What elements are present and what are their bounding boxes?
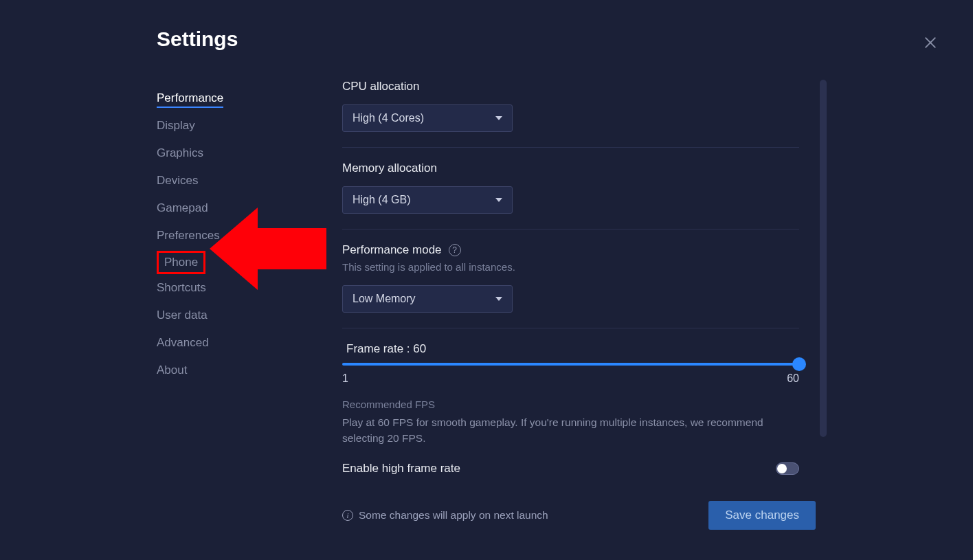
- save-changes-button[interactable]: Save changes: [708, 501, 816, 530]
- sidebar-item-about[interactable]: About: [157, 358, 342, 384]
- sidebar-item-shortcuts[interactable]: Shortcuts: [157, 276, 342, 302]
- select-value: High (4 GB): [353, 194, 410, 206]
- close-button[interactable]: [921, 33, 940, 52]
- close-icon: [923, 35, 938, 50]
- toggle-knob: [777, 464, 787, 473]
- sidebar-item-label: Devices: [157, 174, 198, 187]
- sidebar-item-phone[interactable]: Phone: [157, 251, 205, 274]
- sidebar-item-gamepad[interactable]: Gamepad: [157, 196, 342, 222]
- sidebar: Performance Display Graphics Devices Gam…: [157, 80, 342, 478]
- enable-hfr-toggle[interactable]: [776, 462, 799, 475]
- sidebar-item-label: Graphics: [157, 146, 203, 159]
- sidebar-item-label: About: [157, 363, 187, 377]
- frame-rate-label: Frame rate : 60: [346, 342, 799, 356]
- slider-range: 1 60: [342, 372, 799, 385]
- sidebar-item-devices[interactable]: Devices: [157, 168, 342, 194]
- sidebar-item-advanced[interactable]: Advanced: [157, 331, 342, 357]
- slider-max: 60: [787, 372, 799, 385]
- sidebar-item-preferences[interactable]: Preferences: [157, 223, 342, 249]
- sidebar-item-performance[interactable]: Performance: [157, 86, 342, 112]
- recommended-fps-text: Play at 60 FPS for smooth gameplay. If y…: [342, 414, 799, 447]
- chevron-down-icon: [495, 116, 502, 120]
- performance-mode-select[interactable]: Low Memory: [342, 285, 513, 313]
- chevron-down-icon: [495, 297, 502, 301]
- performance-mode-label-text: Performance mode: [342, 243, 442, 257]
- footer: i Some changes will apply on next launch…: [342, 495, 820, 536]
- chevron-down-icon: [495, 198, 502, 202]
- footer-note-text: Some changes will apply on next launch: [359, 509, 548, 522]
- sidebar-item-label: Gamepad: [157, 201, 208, 214]
- sidebar-item-display[interactable]: Display: [157, 113, 342, 139]
- sidebar-item-label: Preferences: [157, 229, 220, 242]
- main-panel: CPU allocation High (4 Cores) Memory all…: [342, 80, 820, 478]
- frame-rate-slider[interactable]: [342, 363, 799, 366]
- page-title: Settings: [157, 27, 820, 51]
- select-value: High (4 Cores): [353, 112, 424, 124]
- footer-note: i Some changes will apply on next launch: [342, 509, 548, 522]
- performance-mode-sublabel: This setting is applied to all instances…: [342, 261, 799, 273]
- sidebar-item-label: Display: [157, 119, 195, 132]
- select-value: Low Memory: [353, 293, 416, 305]
- enable-hfr-label: Enable high frame rate: [342, 462, 460, 475]
- sidebar-item-graphics[interactable]: Graphics: [157, 141, 342, 167]
- sidebar-item-label: Phone: [164, 256, 198, 269]
- recommended-fps-title: Recommended FPS: [342, 399, 799, 410]
- sidebar-item-label: User data: [157, 309, 208, 322]
- slider-thumb[interactable]: [792, 357, 806, 371]
- cpu-allocation-select[interactable]: High (4 Cores): [342, 104, 513, 132]
- scrollbar[interactable]: [820, 80, 827, 437]
- sidebar-item-label: Advanced: [157, 336, 209, 349]
- sidebar-item-label: Performance: [157, 91, 223, 108]
- cpu-allocation-label: CPU allocation: [342, 80, 799, 93]
- help-icon[interactable]: ?: [449, 244, 461, 256]
- sidebar-item-user-data[interactable]: User data: [157, 303, 342, 329]
- sidebar-item-label: Shortcuts: [157, 281, 206, 294]
- memory-allocation-label: Memory allocation: [342, 161, 799, 175]
- memory-allocation-select[interactable]: High (4 GB): [342, 186, 513, 214]
- performance-mode-label: Performance mode ?: [342, 243, 799, 257]
- info-icon: i: [342, 510, 353, 521]
- slider-min: 1: [342, 372, 348, 385]
